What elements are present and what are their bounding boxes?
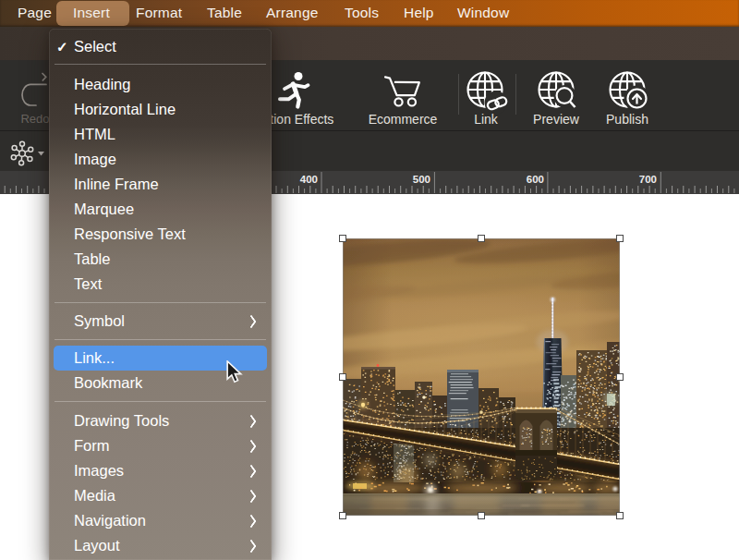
svg-text:Redo: Redo	[20, 112, 49, 126]
